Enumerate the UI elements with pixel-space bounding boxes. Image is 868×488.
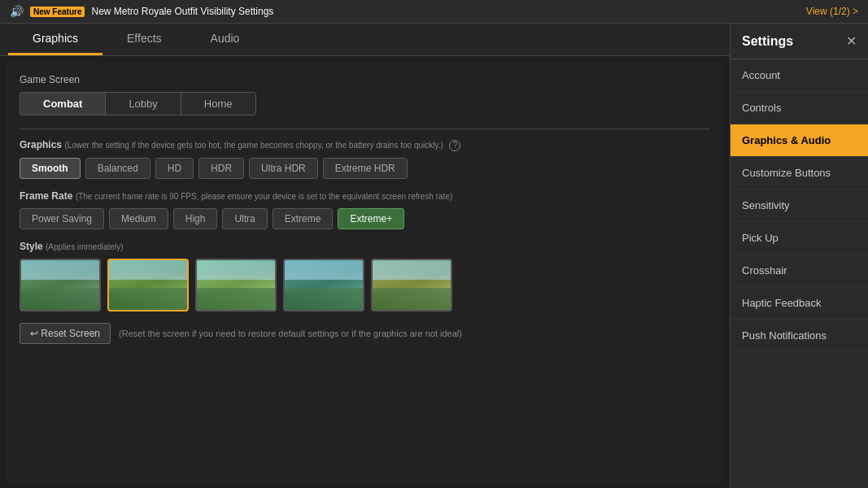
- style-thumb-2[interactable]: [107, 259, 189, 312]
- style-thumb-4[interactable]: [283, 259, 364, 312]
- tab-bar: Graphics Effects Audio: [0, 24, 730, 56]
- fps-high-btn[interactable]: High: [173, 208, 218, 229]
- reset-row: ↩ Reset Screen (Reset the screen if you …: [20, 323, 710, 344]
- content-area: Graphics Effects Audio Game Screen Comba…: [0, 24, 730, 488]
- tab-effects[interactable]: Effects: [103, 24, 186, 55]
- sidebar-item-controls[interactable]: Controls: [731, 92, 868, 124]
- game-screen-label: Game Screen: [20, 74, 710, 85]
- view-link[interactable]: View (1/2) >: [806, 6, 858, 17]
- sub-tab-home[interactable]: Home: [181, 93, 255, 115]
- notification-text: New Metro Royale Outfit Visibility Setti…: [91, 6, 273, 17]
- style-thumb-1[interactable]: [20, 259, 101, 312]
- new-feature-badge: New Feature: [30, 7, 85, 17]
- reset-description: (Reset the screen if you need to restore…: [119, 329, 462, 338]
- tab-audio[interactable]: Audio: [186, 24, 264, 55]
- graphics-help-icon[interactable]: ?: [449, 140, 460, 151]
- sub-tabs: Combat Lobby Home: [20, 92, 256, 115]
- style-thumb-3[interactable]: [195, 259, 277, 312]
- sub-tab-lobby[interactable]: Lobby: [106, 93, 181, 115]
- style-thumbnails: [20, 259, 710, 312]
- sub-tab-combat[interactable]: Combat: [20, 93, 106, 115]
- style-label: Style (Applies immediately): [20, 241, 710, 252]
- sidebar-item-push-notifications[interactable]: Push Notifications: [731, 320, 868, 352]
- graphics-hd-btn[interactable]: HD: [155, 158, 194, 179]
- graphics-ultra-hdr-btn[interactable]: Ultra HDR: [249, 158, 318, 179]
- notification-left: 🔊 New Feature New Metro Royale Outfit Vi…: [10, 5, 273, 18]
- fps-medium-btn[interactable]: Medium: [109, 208, 168, 229]
- divider-1: [20, 129, 710, 129]
- sidebar-item-haptic-feedback[interactable]: Haptic Feedback: [731, 287, 868, 320]
- graphics-hdr-btn[interactable]: HDR: [198, 158, 244, 179]
- sidebar-item-pick-up[interactable]: Pick Up: [731, 222, 868, 255]
- fps-extreme-btn[interactable]: Extreme: [273, 208, 334, 229]
- style-thumb-5[interactable]: [371, 259, 452, 312]
- graphics-extreme-hdr-btn[interactable]: Extreme HDR: [323, 158, 408, 179]
- close-button[interactable]: ✕: [846, 33, 857, 49]
- sidebar-item-graphics-audio[interactable]: Graphics & Audio: [731, 124, 868, 157]
- sidebar-item-account[interactable]: Account: [731, 59, 868, 92]
- sidebar: Settings ✕ Account Controls Graphics & A…: [730, 24, 868, 488]
- sidebar-header: Settings ✕: [731, 24, 868, 59]
- graphics-label: Graphics (Lower the setting if the devic…: [20, 139, 710, 151]
- graphics-smooth-btn[interactable]: Smooth: [20, 158, 81, 179]
- sidebar-item-crosshair[interactable]: Crosshair: [731, 255, 868, 287]
- notification-bar: 🔊 New Feature New Metro Royale Outfit Vi…: [0, 0, 868, 24]
- settings-panel: Game Screen Combat Lobby Home Graphics (…: [7, 63, 723, 481]
- sidebar-title: Settings: [742, 34, 793, 49]
- sidebar-item-sensitivity[interactable]: Sensitivity: [731, 190, 868, 222]
- tab-graphics[interactable]: Graphics: [8, 24, 103, 55]
- frame-rate-options: Power Saving Medium High Ultra Extreme E…: [20, 208, 710, 229]
- fps-extreme-plus-btn[interactable]: Extreme+: [338, 208, 404, 229]
- sidebar-item-customize-buttons[interactable]: Customize Buttons: [731, 157, 868, 190]
- fps-power-saving-btn[interactable]: Power Saving: [20, 208, 104, 229]
- speaker-icon: 🔊: [10, 5, 24, 18]
- reset-screen-button[interactable]: ↩ Reset Screen: [20, 323, 111, 344]
- frame-rate-label: Frame Rate (The current frame rate is 90…: [20, 190, 710, 202]
- graphics-balanced-btn[interactable]: Balanced: [85, 158, 150, 179]
- main-layout: Graphics Effects Audio Game Screen Comba…: [0, 24, 868, 488]
- fps-ultra-btn[interactable]: Ultra: [222, 208, 267, 229]
- graphics-options: Smooth Balanced HD HDR Ultra HDR Extreme…: [20, 158, 710, 179]
